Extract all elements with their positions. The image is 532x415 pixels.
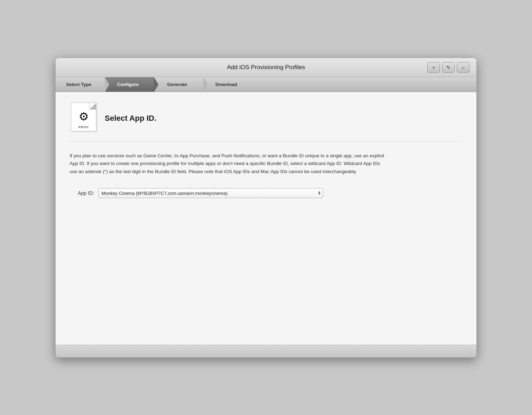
main-window: Add iOS Provisioning Profiles + ✎ ⌕ Sele… — [55, 58, 477, 358]
section-header: ⚙ PROV Select App ID. — [70, 103, 462, 141]
main-content: ⚙ PROV Select App ID. If you plan to use… — [56, 92, 476, 345]
prov-icon-paper: ⚙ PROV — [71, 103, 96, 131]
app-id-select[interactable]: Monkey Cinema (MYBJ8XP7C7.com.xamarin.mo… — [98, 188, 323, 198]
app-id-label: App ID: — [70, 190, 94, 196]
prov-icon: ⚙ PROV — [70, 103, 98, 134]
section-title: Select App ID. — [105, 114, 156, 123]
app-id-select-wrapper: Monkey Cinema (MYBJ8XP7C7.com.xamarin.mo… — [98, 188, 323, 198]
steps-bar: Select Type Configure Generate Download — [56, 77, 476, 92]
edit-button[interactable]: ✎ — [442, 62, 455, 73]
add-button[interactable]: + — [427, 62, 440, 73]
step-configure[interactable]: Configure — [105, 77, 154, 92]
bottom-bar — [56, 345, 476, 357]
title-bar-buttons: + ✎ ⌕ — [427, 62, 469, 73]
step-select-type[interactable]: Select Type — [56, 77, 105, 92]
app-id-field-row: App ID: Monkey Cinema (MYBJ8XP7C7.com.xa… — [70, 188, 462, 198]
step-generate-label: Generate — [167, 82, 187, 87]
gear-icon: ⚙ — [79, 110, 89, 123]
step-configure-label: Configure — [117, 82, 138, 87]
title-bar: Add iOS Provisioning Profiles + ✎ ⌕ — [56, 58, 476, 77]
search-button[interactable]: ⌕ — [457, 62, 469, 73]
step-select-type-label: Select Type — [66, 82, 91, 87]
prov-icon-label: PROV — [78, 125, 89, 129]
window-title: Add iOS Provisioning Profiles — [105, 64, 427, 71]
description-text: If you plan to use services such as Game… — [70, 152, 386, 176]
step-download[interactable]: Download — [203, 77, 252, 92]
step-download-label: Download — [215, 82, 237, 87]
step-generate[interactable]: Generate — [154, 77, 203, 92]
